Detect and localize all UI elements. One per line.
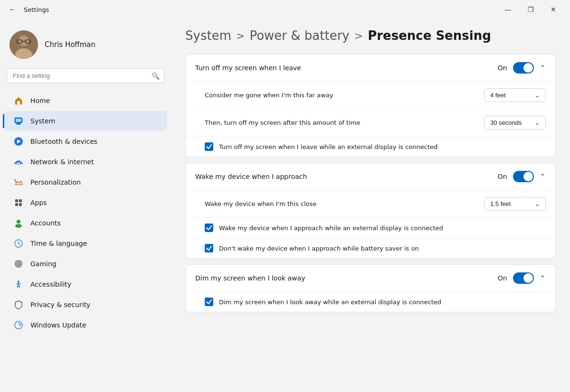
wake-distance-chevron-icon: ⌄ <box>535 201 540 207</box>
svg-point-27 <box>17 262 18 263</box>
sidebar-item-accessibility[interactable]: Accessibility <box>4 274 167 294</box>
screen-off-time-dropdown[interactable]: 30 seconds ⌄ <box>484 116 546 130</box>
gone-distance-value: 4 feet <box>490 92 506 99</box>
wake-toggle-label: On <box>498 173 507 180</box>
screen-off-time-value: 30 seconds <box>490 119 522 126</box>
title-bar: ← Settings — ❐ ✕ <box>0 0 570 19</box>
bluetooth-icon: ✓ <box>13 136 24 147</box>
dim-section: Dim my screen when I look away On ⌃ Dim … <box>185 264 556 312</box>
app-container: Chris Hoffman 🔍 Home <box>0 19 570 392</box>
screen-off-chevron[interactable]: ⌃ <box>540 64 546 73</box>
gone-distance-row: Consider me gone when I'm this far away … <box>186 81 555 109</box>
breadcrumb-power[interactable]: Power & battery <box>249 28 349 43</box>
svg-line-24 <box>19 243 20 245</box>
home-icon <box>13 95 24 106</box>
main-content: System > Power & battery > Presence Sens… <box>171 19 570 392</box>
svg-point-28 <box>19 262 20 263</box>
svg-rect-17 <box>19 199 22 202</box>
sidebar-label-accounts: Accounts <box>30 219 61 227</box>
breadcrumb: System > Power & battery > Presence Sens… <box>185 28 556 43</box>
dim-external-checkbox[interactable] <box>205 298 213 306</box>
sidebar-item-time[interactable]: Time & language <box>4 233 167 253</box>
sidebar: Chris Hoffman 🔍 Home <box>0 19 171 392</box>
wake-distance-row: Wake my device when I'm this close 1.5 f… <box>186 190 555 217</box>
svg-rect-7 <box>17 101 20 104</box>
wake-header: Wake my device when I approach On ⌃ <box>186 163 555 190</box>
breadcrumb-sep2: > <box>354 30 363 42</box>
wake-external-checkbox[interactable] <box>205 224 213 232</box>
sidebar-label-time: Time & language <box>30 240 87 247</box>
window-controls: — ❐ ✕ <box>497 2 564 17</box>
dim-header: Dim my screen when I look away On ⌃ <box>186 265 555 291</box>
user-profile: Chris Hoffman <box>0 24 171 68</box>
svg-rect-16 <box>15 199 18 202</box>
svg-rect-9 <box>16 119 21 122</box>
dim-toggle[interactable] <box>513 272 534 284</box>
sidebar-item-network[interactable]: Network & internet <box>4 152 167 172</box>
sidebar-label-windows-update: Windows Update <box>30 321 86 329</box>
wake-external-row: Wake my device when I approach while an … <box>186 217 555 238</box>
sidebar-label-accessibility: Accessibility <box>30 280 71 288</box>
wake-external-label: Wake my device when I approach while an … <box>219 224 443 232</box>
network-icon <box>13 157 24 167</box>
screen-off-time-label: Then, turn off my screen after this amou… <box>205 119 360 126</box>
gone-distance-chevron-icon: ⌄ <box>535 92 540 99</box>
wake-battery-checkbox[interactable] <box>205 244 213 252</box>
sidebar-label-network: Network & internet <box>30 158 94 166</box>
search-input[interactable] <box>7 68 164 83</box>
sidebar-item-system[interactable]: System <box>4 111 167 131</box>
wake-toggle[interactable] <box>513 171 534 182</box>
svg-point-26 <box>16 261 21 267</box>
maximize-button[interactable]: ❐ <box>520 2 542 17</box>
svg-rect-11 <box>16 124 21 125</box>
breadcrumb-sep1: > <box>236 30 245 42</box>
user-name: Chris Hoffman <box>45 40 95 49</box>
screen-off-controls: On ⌃ <box>498 62 546 74</box>
wake-battery-label: Don't wake my device when I approach whi… <box>219 245 419 252</box>
accounts-icon <box>13 218 24 228</box>
wake-distance-dropdown[interactable]: 1.5 feet ⌄ <box>484 197 546 211</box>
gone-distance-dropdown[interactable]: 4 feet ⌄ <box>484 88 546 102</box>
sidebar-label-personalization: Personalization <box>30 178 81 186</box>
wake-chevron[interactable]: ⌃ <box>540 172 546 181</box>
dim-external-label: Dim my screen when I look away while an … <box>219 299 441 306</box>
breadcrumb-system[interactable]: System <box>185 28 231 43</box>
wake-controls: On ⌃ <box>498 171 546 182</box>
screen-off-external-checkbox[interactable] <box>205 142 213 151</box>
avatar[interactable] <box>10 30 38 59</box>
sidebar-item-privacy[interactable]: Privacy & security <box>4 295 167 315</box>
sidebar-item-accounts[interactable]: Accounts <box>4 213 167 233</box>
sidebar-item-windows-update[interactable]: Windows Update <box>4 315 167 335</box>
sidebar-label-bluetooth: Bluetooth & devices <box>30 138 97 145</box>
wake-section: Wake my device when I approach On ⌃ Wake… <box>185 163 556 259</box>
svg-point-20 <box>17 220 20 224</box>
app-title: Settings <box>24 6 49 13</box>
svg-point-31 <box>18 280 19 282</box>
time-icon <box>13 238 24 249</box>
gone-distance-label: Consider me gone when I'm this far away <box>205 92 333 99</box>
back-button[interactable]: ← <box>6 3 19 16</box>
wake-battery-row: Don't wake my device when I approach whi… <box>186 238 555 258</box>
screen-off-toggle-label: On <box>498 64 507 72</box>
sidebar-item-apps[interactable]: Apps <box>4 193 167 213</box>
sidebar-item-bluetooth[interactable]: ✓ Bluetooth & devices <box>4 131 167 151</box>
dim-toggle-label: On <box>498 274 507 282</box>
privacy-icon <box>13 299 24 310</box>
gaming-icon <box>13 259 24 269</box>
sidebar-item-gaming[interactable]: Gaming <box>4 254 167 274</box>
close-button[interactable]: ✕ <box>542 2 564 17</box>
svg-point-21 <box>15 224 22 228</box>
sidebar-label-privacy: Privacy & security <box>30 301 90 308</box>
svg-line-35 <box>19 285 20 288</box>
svg-rect-18 <box>15 203 18 206</box>
minimize-button[interactable]: — <box>497 2 519 17</box>
apps-icon <box>13 197 24 208</box>
screen-off-toggle[interactable] <box>513 62 534 74</box>
title-bar-left: ← Settings <box>6 3 49 16</box>
svg-point-30 <box>19 264 20 265</box>
sidebar-item-home[interactable]: Home <box>4 91 167 111</box>
search-box: 🔍 <box>7 68 164 83</box>
sidebar-item-personalization[interactable]: Personalization <box>4 172 167 192</box>
dim-chevron[interactable]: ⌃ <box>540 274 546 283</box>
sidebar-label-home: Home <box>30 97 50 104</box>
